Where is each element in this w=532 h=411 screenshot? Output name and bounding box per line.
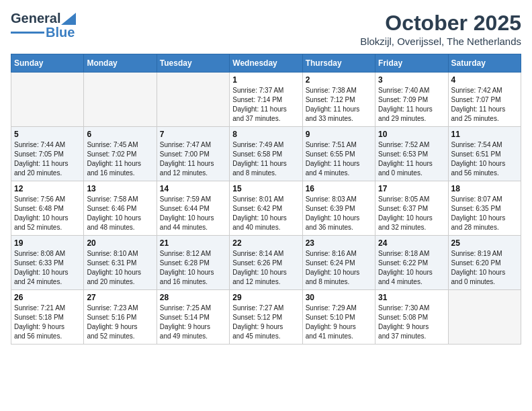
calendar-week-row: 12Sunrise: 7:56 AM Sunset: 6:48 PM Dayli… <box>11 181 521 236</box>
day-number: 11 <box>451 130 518 139</box>
day-number: 22 <box>232 238 299 248</box>
day-number: 10 <box>378 130 445 139</box>
page: General Blue October 2025 Blokzijl, Over… <box>0 0 532 411</box>
day-number: 9 <box>306 130 372 139</box>
table-row: 14Sunrise: 7:59 AM Sunset: 6:44 PM Dayli… <box>157 181 229 236</box>
col-thursday: Thursday <box>302 54 375 73</box>
calendar-week-row: 26Sunrise: 7:21 AM Sunset: 5:18 PM Dayli… <box>11 290 521 345</box>
day-number: 6 <box>87 130 153 139</box>
logo-arrow-icon <box>61 13 76 25</box>
table-row: 15Sunrise: 8:01 AM Sunset: 6:42 PM Dayli… <box>230 181 302 236</box>
table-row: 16Sunrise: 8:03 AM Sunset: 6:39 PM Dayli… <box>302 181 375 236</box>
col-monday: Monday <box>84 54 157 73</box>
table-row: 3Sunrise: 7:40 AM Sunset: 7:09 PM Daylig… <box>375 73 448 127</box>
svg-marker-0 <box>61 13 76 25</box>
day-info: Sunrise: 7:38 AM Sunset: 7:12 PM Dayligh… <box>306 86 372 124</box>
day-info: Sunrise: 8:03 AM Sunset: 6:39 PM Dayligh… <box>306 195 372 232</box>
table-row: 28Sunrise: 7:25 AM Sunset: 5:14 PM Dayli… <box>157 290 229 345</box>
day-info: Sunrise: 7:51 AM Sunset: 6:55 PM Dayligh… <box>306 140 372 178</box>
day-number: 13 <box>87 184 153 193</box>
table-row <box>11 73 84 127</box>
table-row: 10Sunrise: 7:52 AM Sunset: 6:53 PM Dayli… <box>375 127 448 181</box>
day-info: Sunrise: 7:23 AM Sunset: 5:16 PM Dayligh… <box>87 304 153 341</box>
logo-general: General <box>11 11 60 26</box>
table-row: 29Sunrise: 7:27 AM Sunset: 5:12 PM Dayli… <box>230 290 302 345</box>
col-wednesday: Wednesday <box>230 54 302 73</box>
day-number: 18 <box>451 184 518 193</box>
day-info: Sunrise: 8:01 AM Sunset: 6:42 PM Dayligh… <box>232 195 299 232</box>
day-number: 26 <box>14 293 81 302</box>
day-number: 20 <box>87 238 153 248</box>
day-info: Sunrise: 7:42 AM Sunset: 7:07 PM Dayligh… <box>451 86 518 124</box>
day-number: 17 <box>378 184 445 193</box>
day-number: 15 <box>232 184 299 193</box>
table-row <box>84 73 157 127</box>
table-row: 5Sunrise: 7:44 AM Sunset: 7:05 PM Daylig… <box>11 127 84 181</box>
table-row: 25Sunrise: 8:19 AM Sunset: 6:20 PM Dayli… <box>448 236 521 290</box>
day-info: Sunrise: 7:54 AM Sunset: 6:51 PM Dayligh… <box>451 140 518 178</box>
day-number: 8 <box>232 130 299 139</box>
table-row <box>157 73 229 127</box>
day-info: Sunrise: 8:18 AM Sunset: 6:22 PM Dayligh… <box>378 249 445 287</box>
day-info: Sunrise: 7:56 AM Sunset: 6:48 PM Dayligh… <box>14 195 81 232</box>
day-info: Sunrise: 8:19 AM Sunset: 6:20 PM Dayligh… <box>451 249 518 287</box>
table-row: 24Sunrise: 8:18 AM Sunset: 6:22 PM Dayli… <box>375 236 448 290</box>
table-row: 19Sunrise: 8:08 AM Sunset: 6:33 PM Dayli… <box>11 236 84 290</box>
logo-line <box>11 32 44 34</box>
table-row: 31Sunrise: 7:30 AM Sunset: 5:08 PM Dayli… <box>375 290 448 345</box>
calendar-table: Sunday Monday Tuesday Wednesday Thursday… <box>11 54 521 345</box>
table-row: 4Sunrise: 7:42 AM Sunset: 7:07 PM Daylig… <box>448 73 521 127</box>
calendar-subtitle: Blokzijl, Overijssel, The Netherlands <box>360 36 521 47</box>
day-number: 16 <box>306 184 372 193</box>
day-number: 30 <box>306 293 372 302</box>
day-info: Sunrise: 7:52 AM Sunset: 6:53 PM Dayligh… <box>378 140 445 178</box>
day-number: 3 <box>378 75 445 85</box>
table-row: 2Sunrise: 7:38 AM Sunset: 7:12 PM Daylig… <box>302 73 375 127</box>
day-number: 2 <box>306 75 372 85</box>
day-number: 21 <box>160 238 226 248</box>
table-row: 17Sunrise: 8:05 AM Sunset: 6:37 PM Dayli… <box>375 181 448 236</box>
table-row: 8Sunrise: 7:49 AM Sunset: 6:58 PM Daylig… <box>230 127 302 181</box>
table-row: 21Sunrise: 8:12 AM Sunset: 6:28 PM Dayli… <box>157 236 229 290</box>
calendar-title: October 2025 <box>360 11 521 36</box>
day-number: 24 <box>378 238 445 248</box>
table-row: 9Sunrise: 7:51 AM Sunset: 6:55 PM Daylig… <box>302 127 375 181</box>
day-info: Sunrise: 8:16 AM Sunset: 6:24 PM Dayligh… <box>306 249 372 287</box>
day-number: 28 <box>160 293 226 302</box>
table-row: 23Sunrise: 8:16 AM Sunset: 6:24 PM Dayli… <box>302 236 375 290</box>
table-row: 13Sunrise: 7:58 AM Sunset: 6:46 PM Dayli… <box>84 181 157 236</box>
table-row: 27Sunrise: 7:23 AM Sunset: 5:16 PM Dayli… <box>84 290 157 345</box>
day-info: Sunrise: 7:44 AM Sunset: 7:05 PM Dayligh… <box>14 140 81 178</box>
header: General Blue October 2025 Blokzijl, Over… <box>11 11 521 47</box>
day-number: 25 <box>451 238 518 248</box>
calendar-week-row: 19Sunrise: 8:08 AM Sunset: 6:33 PM Dayli… <box>11 236 521 290</box>
table-row: 22Sunrise: 8:14 AM Sunset: 6:26 PM Dayli… <box>230 236 302 290</box>
logo: General Blue <box>11 11 76 40</box>
day-info: Sunrise: 7:45 AM Sunset: 7:02 PM Dayligh… <box>87 140 153 178</box>
day-info: Sunrise: 7:25 AM Sunset: 5:14 PM Dayligh… <box>160 304 226 341</box>
day-info: Sunrise: 7:27 AM Sunset: 5:12 PM Dayligh… <box>232 304 299 341</box>
calendar-week-row: 5Sunrise: 7:44 AM Sunset: 7:05 PM Daylig… <box>11 127 521 181</box>
table-row: 1Sunrise: 7:37 AM Sunset: 7:14 PM Daylig… <box>230 73 302 127</box>
table-row <box>448 290 521 345</box>
calendar-header-row: Sunday Monday Tuesday Wednesday Thursday… <box>11 54 521 73</box>
day-info: Sunrise: 7:58 AM Sunset: 6:46 PM Dayligh… <box>87 195 153 232</box>
day-number: 27 <box>87 293 153 302</box>
day-number: 12 <box>14 184 81 193</box>
day-info: Sunrise: 7:21 AM Sunset: 5:18 PM Dayligh… <box>14 304 81 341</box>
day-number: 23 <box>306 238 372 248</box>
day-info: Sunrise: 8:14 AM Sunset: 6:26 PM Dayligh… <box>232 249 299 287</box>
col-tuesday: Tuesday <box>157 54 229 73</box>
table-row: 7Sunrise: 7:47 AM Sunset: 7:00 PM Daylig… <box>157 127 229 181</box>
day-number: 19 <box>14 238 81 248</box>
day-info: Sunrise: 7:37 AM Sunset: 7:14 PM Dayligh… <box>232 86 299 124</box>
day-info: Sunrise: 8:05 AM Sunset: 6:37 PM Dayligh… <box>378 195 445 232</box>
col-sunday: Sunday <box>11 54 84 73</box>
logo-blue: Blue <box>46 25 75 40</box>
calendar-week-row: 1Sunrise: 7:37 AM Sunset: 7:14 PM Daylig… <box>11 73 521 127</box>
table-row: 6Sunrise: 7:45 AM Sunset: 7:02 PM Daylig… <box>84 127 157 181</box>
col-saturday: Saturday <box>448 54 521 73</box>
table-row: 12Sunrise: 7:56 AM Sunset: 6:48 PM Dayli… <box>11 181 84 236</box>
day-info: Sunrise: 7:47 AM Sunset: 7:00 PM Dayligh… <box>160 140 226 178</box>
day-number: 29 <box>232 293 299 302</box>
